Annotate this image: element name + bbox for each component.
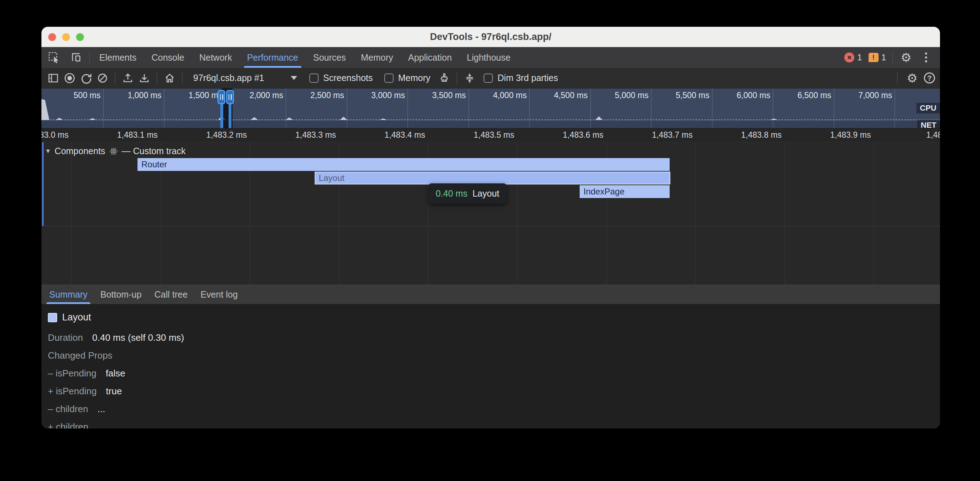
divider (157, 73, 157, 84)
error-badge[interactable]: × 1 (844, 52, 862, 62)
overview-gridline (164, 89, 164, 128)
detail-tab-bottom-up[interactable]: Bottom-up (94, 285, 148, 304)
overview-tick-label: 6,500 ms (797, 90, 831, 100)
timeline-overview[interactable]: 500 ms1,000 ms1,500 ms2,000 ms2,500 ms3,… (41, 89, 940, 129)
overview-gridline (651, 89, 651, 128)
track-header[interactable]: ▼ Components — Custom track (45, 146, 186, 156)
ruler-tick-label: 1,484 ms (926, 130, 940, 140)
detail-tab-call-tree[interactable]: Call tree (148, 285, 194, 304)
tab-sources[interactable]: Sources (306, 47, 353, 68)
load-profile-icon[interactable] (121, 71, 135, 85)
overview-tick-label: 5,000 ms (615, 90, 649, 100)
summary-row-label: Duration (48, 332, 83, 343)
detail-tab-label: Event log (200, 289, 237, 300)
ruler-tick-label: 1,483.9 ms (830, 130, 871, 140)
ruler-tick-label: 1,483.1 ms (117, 130, 158, 140)
selection-right-handle[interactable] (226, 90, 234, 104)
record-and-reload-icon[interactable] (79, 71, 93, 85)
overview-gridline (834, 89, 834, 128)
checkbox-box (309, 73, 318, 83)
summary-event-title: Layout (62, 312, 91, 323)
collect-garbage-icon[interactable] (438, 71, 451, 85)
checkbox-label: Screenshots (323, 73, 373, 83)
device-toolbar-icon[interactable] (69, 51, 83, 64)
summary-row-value: false (106, 368, 126, 379)
checkbox-box (384, 73, 394, 83)
tab-label: Network (199, 52, 232, 63)
tab-label: Performance (247, 52, 298, 63)
tab-elements[interactable]: Elements (92, 47, 144, 68)
flame-event-indexpage[interactable]: IndexPage (580, 185, 670, 198)
target-selector[interactable]: 97r6ql.csb.app #1 (188, 73, 302, 83)
collapse-triangle-icon[interactable]: ▼ (45, 148, 51, 155)
cpu-lane-label: CPU (916, 103, 940, 113)
overview-tick-label: 1,000 ms (127, 90, 161, 100)
collapse-sections-icon[interactable] (463, 71, 476, 85)
tab-lighthouse[interactable]: Lighthouse (459, 47, 518, 68)
chevron-down-icon (291, 76, 297, 80)
overview-gridline (895, 89, 895, 128)
overview-gridline (407, 89, 408, 128)
divider (182, 73, 183, 84)
detail-tab-event-log[interactable]: Event log (194, 285, 244, 304)
divider (892, 52, 893, 63)
event-color-swatch (48, 313, 57, 322)
overview-tick-label: 6,000 ms (737, 90, 770, 100)
tab-performance[interactable]: Performance (240, 47, 306, 68)
tab-console[interactable]: Console (144, 47, 192, 68)
record-icon[interactable] (63, 71, 76, 85)
detail-tab-label: Call tree (154, 289, 188, 300)
tab-memory[interactable]: Memory (353, 47, 400, 68)
summary-row-label: Changed Props (48, 350, 113, 361)
overview-tick-label: 4,000 ms (493, 90, 527, 100)
overview-gridline (529, 89, 530, 128)
home-icon[interactable] (163, 71, 177, 85)
inspect-element-icon[interactable] (47, 51, 61, 64)
summary-row: – children... (48, 403, 940, 414)
performance-toolbar: 97r6ql.csb.app #1 Screenshots Memory (41, 68, 940, 89)
divider (89, 52, 90, 63)
flame-event-label: Layout (315, 173, 344, 183)
selection-left-handle[interactable] (218, 90, 225, 104)
tab-application[interactable]: Application (401, 47, 459, 68)
overview-tick-label: 7,000 ms (858, 90, 892, 100)
detail-tab-summary[interactable]: Summary (43, 285, 94, 304)
divider (115, 73, 115, 84)
dim-3rd-parties-checkbox[interactable]: Dim 3rd parties (479, 73, 563, 83)
title-bar: DevTools - 97r6ql.csb.app/ (41, 27, 940, 47)
toggle-sidebar-icon[interactable] (46, 71, 60, 85)
flame-chart[interactable]: ▼ Components — Custom track RouterLayout… (41, 142, 940, 285)
settings-gear-icon[interactable]: ⚙ (899, 51, 913, 64)
ruler-tick-label: 1,483.0 ms (41, 130, 68, 140)
summary-row-value: true (106, 386, 122, 397)
network-lane (41, 120, 940, 129)
warning-badge[interactable]: ! 1 (869, 52, 886, 62)
summary-row-label: + children (48, 421, 88, 429)
overview-tick-label: 3,000 ms (371, 90, 405, 100)
tab-network[interactable]: Network (192, 47, 240, 68)
save-profile-icon[interactable] (137, 71, 151, 85)
screenshots-checkbox[interactable]: Screenshots (305, 73, 377, 83)
help-icon[interactable]: ? (924, 73, 935, 84)
memory-checkbox[interactable]: Memory (380, 73, 434, 83)
track-suffix: — Custom track (122, 146, 186, 156)
summary-row: + children... (48, 421, 940, 429)
tab-label: Memory (361, 52, 393, 63)
flame-event-layout[interactable]: Layout (315, 171, 670, 184)
react-atom-icon (109, 147, 118, 156)
capture-settings-gear-icon[interactable]: ⚙ (905, 71, 919, 85)
flame-event-router[interactable]: Router (137, 158, 670, 171)
target-label: 97r6ql.csb.app #1 (193, 73, 264, 83)
summary-row: + isPendingtrue (48, 386, 940, 397)
detail-tab-bar: SummaryBottom-upCall treeEvent log (41, 285, 940, 304)
tab-label: Application (408, 52, 452, 63)
summary-row-label: – isPending (48, 368, 96, 379)
devtools-window: DevTools - 97r6ql.csb.app/ ElementsConso… (41, 27, 940, 429)
error-icon: × (844, 52, 854, 62)
tooltip-duration: 0.40 ms (436, 188, 468, 199)
summary-row-label: + isPending (48, 386, 97, 397)
tooltip-event-name: Layout (473, 188, 499, 199)
devtools-tab-bar: ElementsConsoleNetworkPerformanceSources… (41, 47, 940, 68)
clear-icon[interactable] (96, 71, 109, 85)
more-options-icon[interactable] (919, 51, 933, 64)
